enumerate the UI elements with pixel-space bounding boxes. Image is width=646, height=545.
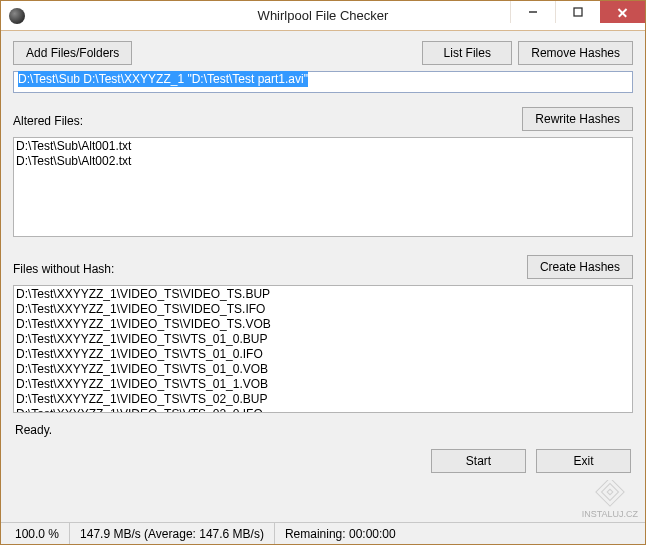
titlebar[interactable]: Whirlpool File Checker — [1, 1, 645, 31]
path-input-value: D:\Test\Sub D:\Test\XXYYZZ_1 "D:\Test\Te… — [18, 71, 308, 87]
files-without-hash-list[interactable]: D:\Test\XXYYZZ_1\VIDEO_TS\VIDEO_TS.BUPD:… — [13, 285, 633, 413]
list-item[interactable]: D:\Test\XXYYZZ_1\VIDEO_TS\VIDEO_TS.IFO — [16, 302, 630, 317]
status-remaining: Remaining: 00:00:00 — [275, 523, 406, 544]
list-item[interactable]: D:\Test\XXYYZZ_1\VIDEO_TS\VTS_01_1.VOB — [16, 377, 630, 392]
start-button[interactable]: Start — [431, 449, 526, 473]
remove-hashes-button[interactable]: Remove Hashes — [518, 41, 633, 65]
list-item[interactable]: D:\Test\Sub\Alt001.txt — [16, 139, 630, 154]
list-item[interactable]: D:\Test\Sub\Alt002.txt — [16, 154, 630, 169]
altered-files-list[interactable]: D:\Test\Sub\Alt001.txtD:\Test\Sub\Alt002… — [13, 137, 633, 237]
status-text: Ready. — [13, 419, 633, 439]
application-window: Whirlpool File Checker Add Files/Folders… — [0, 0, 646, 545]
status-percent: 100.0 % — [5, 523, 70, 544]
create-hashes-button[interactable]: Create Hashes — [527, 255, 633, 279]
minimize-button[interactable] — [510, 1, 555, 23]
add-files-folders-button[interactable]: Add Files/Folders — [13, 41, 132, 65]
close-button[interactable] — [600, 1, 645, 23]
list-item[interactable]: D:\Test\XXYYZZ_1\VIDEO_TS\VIDEO_TS.BUP — [16, 287, 630, 302]
statusbar: 100.0 % 147.9 MB/s (Average: 147.6 MB/s)… — [1, 522, 645, 544]
list-item[interactable]: D:\Test\XXYYZZ_1\VIDEO_TS\VTS_02_0.IFO — [16, 407, 630, 413]
list-item[interactable]: D:\Test\XXYYZZ_1\VIDEO_TS\VTS_01_0.IFO — [16, 347, 630, 362]
exit-button[interactable]: Exit — [536, 449, 631, 473]
rewrite-hashes-button[interactable]: Rewrite Hashes — [522, 107, 633, 131]
list-files-button[interactable]: List Files — [422, 41, 512, 65]
list-item[interactable]: D:\Test\XXYYZZ_1\VIDEO_TS\VTS_02_0.BUP — [16, 392, 630, 407]
list-item[interactable]: D:\Test\XXYYZZ_1\VIDEO_TS\VIDEO_TS.VOB — [16, 317, 630, 332]
list-item[interactable]: D:\Test\XXYYZZ_1\VIDEO_TS\VTS_01_0.VOB — [16, 362, 630, 377]
window-controls — [510, 1, 645, 23]
path-input[interactable]: D:\Test\Sub D:\Test\XXYYZZ_1 "D:\Test\Te… — [13, 71, 633, 93]
list-item[interactable]: D:\Test\XXYYZZ_1\VIDEO_TS\VTS_01_0.BUP — [16, 332, 630, 347]
maximize-button[interactable] — [555, 1, 600, 23]
status-speed: 147.9 MB/s (Average: 147.6 MB/s) — [70, 523, 275, 544]
client-area: Add Files/Folders List Files Remove Hash… — [1, 31, 645, 522]
svg-rect-1 — [574, 8, 582, 16]
files-without-hash-label: Files without Hash: — [13, 262, 114, 276]
altered-files-label: Altered Files: — [13, 114, 83, 128]
